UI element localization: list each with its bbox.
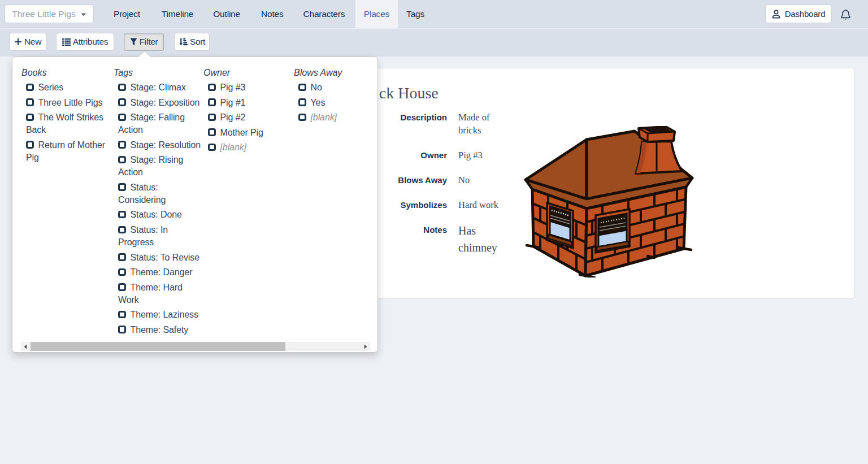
- filter-option-label: Stage: Rising Action: [118, 155, 183, 177]
- filter-option[interactable]: Theme: Safety: [118, 324, 203, 336]
- checkbox-unchecked-icon[interactable]: [208, 84, 216, 92]
- filter-button[interactable]: Filter: [124, 33, 164, 51]
- tab-places[interactable]: Places: [355, 0, 398, 28]
- filter-option[interactable]: Theme: Hard Work: [118, 281, 203, 306]
- filter-option[interactable]: Status: In Progress: [118, 224, 203, 249]
- checkbox-unchecked-icon[interactable]: [118, 84, 126, 92]
- main-navigation: Project Timeline Outline Notes Character…: [104, 0, 433, 28]
- tab-project[interactable]: Project: [105, 0, 149, 28]
- checkbox-unchecked-icon[interactable]: [118, 183, 126, 191]
- checkbox-unchecked-icon[interactable]: [208, 144, 216, 151]
- filter-option-label: The Wolf Strikes Back: [26, 112, 103, 135]
- filter-option[interactable]: Pig #1: [208, 97, 294, 109]
- filter-option-label: Pig #2: [220, 112, 246, 122]
- checkbox-unchecked-icon[interactable]: [118, 311, 126, 319]
- filter-option-label: Return of Mother Pig: [26, 140, 105, 162]
- filter-button-label: Filter: [140, 37, 158, 47]
- field-value: Has chimney: [458, 222, 513, 256]
- bell-icon: [840, 9, 851, 20]
- attributes-button[interactable]: Attributes: [56, 33, 114, 51]
- field-value: Made of bricks: [458, 111, 513, 137]
- filter-option[interactable]: Status: To Revise: [118, 251, 203, 264]
- filter-option[interactable]: Stage: Rising Action: [118, 154, 203, 179]
- checkbox-unchecked-icon[interactable]: [208, 114, 216, 122]
- sort-button[interactable]: Sort: [174, 33, 210, 51]
- checkbox-unchecked-icon[interactable]: [118, 226, 126, 234]
- checkbox-unchecked-icon[interactable]: [118, 268, 126, 276]
- dashboard-button[interactable]: Dashboard: [765, 5, 832, 23]
- filter-option-label: [blank]: [311, 112, 337, 122]
- scroll-left-icon: [24, 344, 27, 349]
- tab-outline[interactable]: Outline: [205, 0, 249, 28]
- filter-option[interactable]: Pig #2: [208, 111, 294, 124]
- field-value: No: [458, 174, 513, 187]
- checkbox-unchecked-icon[interactable]: [26, 114, 34, 122]
- popover-arrow: [138, 51, 151, 57]
- checkbox-unchecked-icon[interactable]: [26, 141, 34, 149]
- checkbox-unchecked-icon[interactable]: [118, 98, 126, 106]
- filter-option-label: Theme: Danger: [131, 267, 193, 277]
- field-value: Hard work: [458, 198, 513, 211]
- horizontal-scrollbar[interactable]: [21, 342, 370, 351]
- tab-label: Tags: [406, 9, 424, 19]
- filter-option[interactable]: Theme: Laziness: [118, 309, 203, 321]
- filter-option[interactable]: Pig #3: [208, 81, 294, 94]
- tab-label: Outline: [213, 9, 240, 19]
- filter-option-label: Stage: Climax: [131, 83, 186, 92]
- checkbox-unchecked-icon[interactable]: [118, 114, 126, 122]
- filter-option-label: Yes: [311, 98, 326, 107]
- places-toolbar: New Attributes Filter Sort: [0, 29, 868, 57]
- checkbox-unchecked-icon[interactable]: [26, 84, 34, 92]
- notifications-bell-button[interactable]: [840, 9, 851, 20]
- checkbox-unchecked-icon[interactable]: [298, 114, 306, 122]
- filter-option[interactable]: Stage: Climax: [118, 81, 203, 94]
- filter-column-title: Blows Away: [294, 67, 384, 79]
- filter-option[interactable]: The Wolf Strikes Back: [26, 111, 114, 136]
- checkbox-unchecked-icon[interactable]: [298, 84, 306, 92]
- tab-notes[interactable]: Notes: [253, 0, 292, 28]
- filter-option[interactable]: No: [298, 81, 384, 94]
- filter-option[interactable]: Status: Done: [118, 209, 203, 221]
- filter-option[interactable]: Return of Mother Pig: [26, 139, 114, 164]
- filter-option-label: Pig #1: [220, 98, 246, 107]
- filter-option[interactable]: Stage: Falling Action: [118, 111, 203, 136]
- checkbox-unchecked-icon[interactable]: [118, 283, 126, 291]
- scrollbar-thumb[interactable]: [31, 342, 285, 351]
- filter-option[interactable]: [blank]: [208, 141, 294, 154]
- field-value: Pig #3: [458, 149, 513, 162]
- checkbox-unchecked-icon[interactable]: [118, 156, 126, 164]
- checkbox-unchecked-icon[interactable]: [208, 98, 216, 106]
- checkbox-unchecked-icon[interactable]: [118, 211, 126, 219]
- filter-option[interactable]: Three Little Pigs: [26, 97, 114, 109]
- filter-option[interactable]: Mother Pig: [208, 127, 294, 139]
- filter-column-owner: Owner Pig #3 Pig #1 Pig #2 Mother Pig [b…: [203, 67, 294, 339]
- checkbox-unchecked-icon[interactable]: [298, 98, 306, 106]
- checkbox-unchecked-icon[interactable]: [118, 253, 126, 261]
- filter-option-label: Theme: Safety: [131, 325, 189, 335]
- filter-option[interactable]: Theme: Danger: [118, 266, 203, 279]
- tab-characters[interactable]: Characters: [294, 0, 353, 28]
- tab-timeline[interactable]: Timeline: [153, 0, 202, 28]
- filter-option[interactable]: Series: [26, 81, 114, 94]
- person-icon: [772, 10, 780, 19]
- filter-option-label: Stage: Exposition: [131, 98, 200, 107]
- filter-option[interactable]: [blank]: [298, 111, 384, 124]
- filter-option-label: Stage: Resolution: [131, 140, 201, 150]
- project-selector-dropdown[interactable]: Three Little Pigs: [5, 5, 94, 23]
- scrollbar-right-button[interactable]: [361, 342, 370, 351]
- filter-option[interactable]: Yes: [298, 97, 384, 109]
- filter-option[interactable]: Stage: Exposition: [118, 97, 203, 109]
- scrollbar-left-button[interactable]: [21, 342, 30, 351]
- filter-option[interactable]: Status: Considering: [118, 181, 203, 206]
- checkbox-unchecked-icon[interactable]: [208, 128, 216, 136]
- filter-column-title: Tags: [114, 67, 203, 79]
- checkbox-unchecked-icon[interactable]: [26, 98, 34, 106]
- new-button[interactable]: New: [9, 33, 46, 51]
- filter-option[interactable]: Stage: Resolution: [118, 139, 203, 151]
- checkbox-unchecked-icon[interactable]: [118, 141, 126, 149]
- checkbox-unchecked-icon[interactable]: [118, 326, 126, 333]
- tab-tags[interactable]: Tags: [398, 0, 433, 28]
- filter-option-label: Theme: Hard Work: [118, 283, 183, 305]
- filter-icon: [130, 38, 137, 46]
- filter-column-title: Owner: [203, 67, 294, 79]
